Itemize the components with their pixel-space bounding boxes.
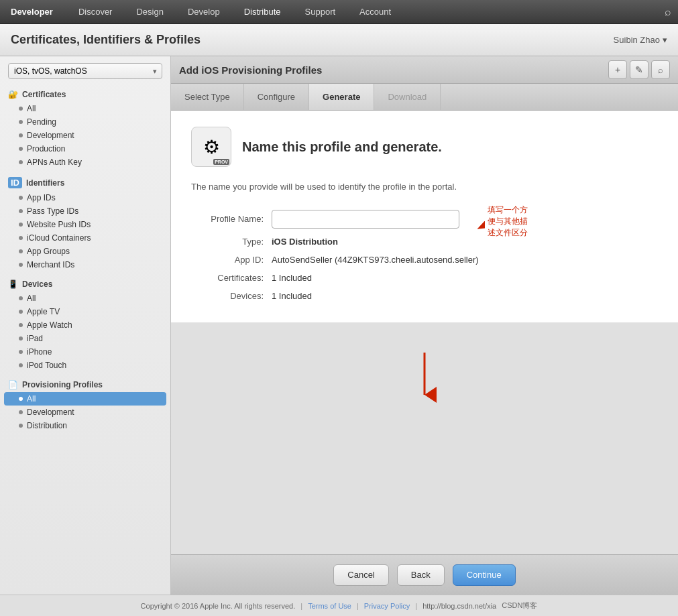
form-row-devices: Devices: 1 Included — [191, 291, 658, 301]
toolbar: + ✎ ⌕ — [608, 60, 670, 79]
nav-design[interactable]: Design — [124, 0, 175, 24]
profile-heading: Name this profile and generate. — [242, 139, 442, 155]
down-arrow-svg — [404, 349, 445, 403]
sidebar-section-provisioning: 📄 Provisioning Profiles All Development … — [0, 377, 170, 432]
sidebar-item-cert-production[interactable]: Production — [0, 142, 170, 156]
provisioning-icon: 📄 — [8, 380, 18, 389]
dot-icon — [19, 323, 23, 327]
sidebar-section-certificates: 🔐 Certificates All Pending Development P… — [0, 87, 170, 169]
nav-support[interactable]: Support — [293, 0, 348, 24]
sidebar-item-provisioning-distribution[interactable]: Distribution — [0, 419, 170, 432]
nav-discover[interactable]: Discover — [66, 0, 125, 24]
terms-link[interactable]: Terms of Use — [308, 602, 351, 610]
footer-sep3: | — [415, 602, 417, 610]
footer-sep2: | — [357, 602, 359, 610]
dot-icon — [19, 209, 23, 213]
step-select-type-label: Select Type — [184, 92, 230, 102]
nav-distribute[interactable]: Distribute — [232, 0, 293, 24]
profile-icon: ⚙ PROV — [191, 127, 231, 167]
identifiers-header: ID Identifiers — [0, 174, 170, 191]
privacy-link[interactable]: Privacy Policy — [364, 602, 410, 610]
search-button[interactable]: ⌕ — [651, 60, 670, 79]
user-dropdown-icon: ▾ — [663, 35, 667, 45]
csdn-url: http://blog.csdn.net/xia — [422, 602, 496, 610]
profile-name-input[interactable] — [272, 210, 459, 229]
back-button[interactable]: Back — [397, 564, 445, 586]
certificates-field-label: Certificates: — [191, 273, 272, 283]
sidebar-item-iphone[interactable]: iPhone — [0, 345, 170, 359]
white-content-section: ⚙ PROV Name this profile and generate. T… — [171, 111, 678, 322]
dot-icon — [19, 350, 23, 354]
dot-icon — [19, 296, 23, 300]
footer: Copyright © 2016 Apple Inc. All rights r… — [0, 595, 678, 616]
sidebar-item-website-push[interactable]: Website Push IDs — [0, 218, 170, 231]
user-menu[interactable]: Suibin Zhao ▾ — [614, 35, 667, 45]
sidebar-item-apple-tv[interactable]: Apple TV — [0, 305, 170, 318]
dot-icon — [19, 410, 23, 414]
top-navigation: Developer Discover Design Develop Distri… — [0, 0, 678, 24]
sidebar-item-cert-pending[interactable]: Pending — [0, 115, 170, 129]
sidebar-item-devices-all[interactable]: All — [0, 292, 170, 305]
profile-header: ⚙ PROV Name this profile and generate. — [191, 127, 658, 167]
sidebar-section-devices: 📱 Devices All Apple TV Apple Watch iPad … — [0, 277, 170, 372]
sidebar-item-pass-type-ids[interactable]: Pass Type IDs — [0, 204, 170, 218]
annotation-text: 填写一个方便与其他描述文件区分 — [488, 204, 530, 239]
provisioning-label: Provisioning Profiles — [22, 380, 103, 389]
identifiers-label: Identifiers — [26, 178, 64, 188]
dot-icon — [19, 160, 23, 164]
edit-button[interactable]: ✎ — [630, 60, 648, 79]
sidebar-item-ipad[interactable]: iPad — [0, 332, 170, 345]
brand-name: Developer — [11, 7, 53, 17]
platform-select[interactable]: iOS, tvOS, watchOS — [8, 63, 162, 79]
sidebar-item-cert-development[interactable]: Development — [0, 129, 170, 142]
gray-lower-section — [171, 322, 678, 555]
identifiers-icon: ID — [8, 177, 22, 188]
dot-icon — [19, 249, 23, 253]
dot-icon — [19, 223, 23, 227]
wizard-step-generate[interactable]: Generate — [309, 84, 374, 110]
page-title: Certificates, Identifiers & Profiles — [11, 33, 201, 47]
sidebar-item-merchant-ids[interactable]: Merchant IDs — [0, 258, 170, 271]
app-id-value: AutoSendSeller (44Z9KTS973.cheeli.autose… — [272, 255, 479, 265]
certificates-value: 1 Included — [272, 273, 312, 283]
dot-icon — [19, 236, 23, 240]
wizard-step-select-type[interactable]: Select Type — [171, 84, 244, 110]
dot-icon — [19, 363, 23, 367]
certificates-header: 🔐 Certificates — [0, 87, 170, 102]
sidebar-section-identifiers: ID Identifiers App IDs Pass Type IDs Web… — [0, 174, 170, 271]
sidebar-item-cert-apns[interactable]: APNs Auth Key — [0, 156, 170, 169]
devices-icon: 📱 — [8, 280, 18, 289]
dot-icon — [19, 424, 23, 428]
add-button[interactable]: + — [608, 60, 627, 79]
type-label: Type: — [191, 237, 272, 247]
sidebar-item-app-groups[interactable]: App Groups — [0, 245, 170, 258]
cancel-button[interactable]: Cancel — [333, 564, 388, 586]
type-value: iOS Distribution — [272, 237, 338, 247]
search-icon[interactable]: ⌕ — [665, 6, 671, 18]
sidebar-item-provisioning-all[interactable]: All — [4, 392, 166, 406]
down-arrow-annotation — [404, 349, 445, 405]
main-layout: iOS, tvOS, watchOS 🔐 Certificates All Pe… — [0, 56, 678, 595]
nav-account[interactable]: Account — [347, 0, 403, 24]
dot-icon — [19, 397, 23, 401]
footer-sep1: | — [300, 602, 302, 610]
prov-badge: PROV — [213, 159, 229, 165]
sidebar-item-app-ids[interactable]: App IDs — [0, 191, 170, 204]
nav-develop[interactable]: Develop — [176, 0, 232, 24]
content-area: Add iOS Provisioning Profiles + ✎ ⌕ Sele… — [171, 56, 678, 595]
sub-header: Certificates, Identifiers & Profiles Sui… — [0, 24, 678, 56]
sidebar-item-cert-all[interactable]: All — [0, 102, 170, 115]
sidebar-item-ipod-touch[interactable]: iPod Touch — [0, 359, 170, 372]
annotation: 填写一个方便与其他描述文件区分 — [466, 204, 530, 239]
step-generate-label: Generate — [323, 92, 360, 102]
sidebar-item-icloud[interactable]: iCloud Containers — [0, 231, 170, 245]
sidebar-item-provisioning-development[interactable]: Development — [0, 406, 170, 419]
brand-logo: Developer — [7, 7, 53, 17]
wizard-step-download[interactable]: Download — [374, 84, 441, 110]
certificates-label: Certificates — [22, 90, 66, 99]
continue-button[interactable]: Continue — [453, 564, 516, 586]
sidebar-item-apple-watch[interactable]: Apple Watch — [0, 318, 170, 332]
content-title: Add iOS Provisioning Profiles — [179, 64, 322, 76]
devices-header: 📱 Devices — [0, 277, 170, 292]
wizard-step-configure[interactable]: Configure — [244, 84, 309, 110]
